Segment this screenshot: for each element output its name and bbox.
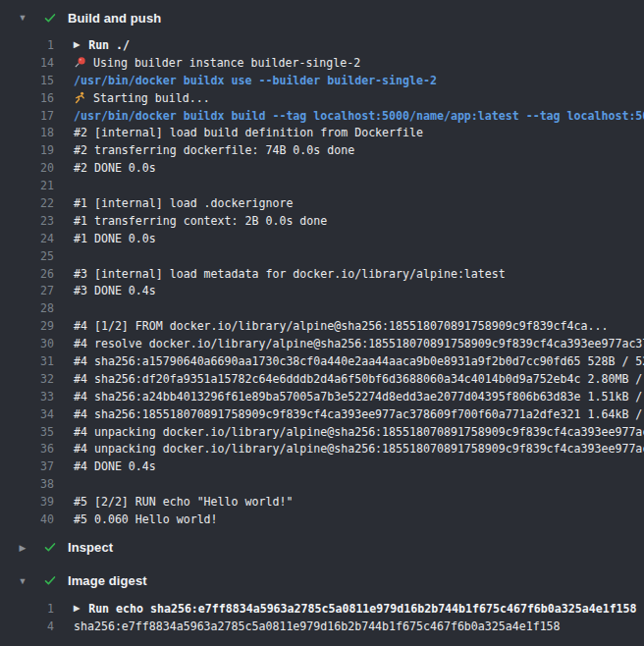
log-text: #1 transferring context: 2B 0.0s done [74,214,327,228]
line-number[interactable]: 37 [0,459,54,473]
log-line: 18#2 [internal] load build definition fr… [0,124,644,141]
log-text-content: Run ./ [88,38,130,52]
line-number[interactable]: 26 [0,267,54,281]
log-line: 23#1 transferring context: 2B 0.0s done [0,212,644,230]
line-number[interactable]: 18 [0,126,54,139]
line-number[interactable]: 1 [0,38,54,52]
log-text-content: sha256:e7ff8834a5963a2785c5a0811e979d16b… [74,619,561,633]
expand-command-icon[interactable]: ▶ [74,604,80,613]
log-line: 37#4 DONE 0.4s [0,458,644,475]
line-number[interactable]: 33 [0,390,54,404]
log-text-content: #4 resolve docker.io/library/alpine@sha2… [74,337,644,350]
log-text: #4 unpacking docker.io/library/alpine@sh… [74,425,644,439]
line-number[interactable]: 16 [0,91,54,105]
log-text: #4 sha256:a15790640a6690aa1730c38cf0a440… [74,354,644,368]
line-number[interactable]: 39 [0,495,54,509]
log-line: 27#3 DONE 0.4s [0,282,644,299]
line-number[interactable]: 22 [0,196,54,210]
line-number[interactable]: 36 [0,442,54,456]
log-text-content: #4 unpacking docker.io/library/alpine@sh… [74,442,644,456]
log-text-content: #2 DONE 0.0s [74,161,156,175]
log-text: #4 DONE 0.4s [74,459,156,473]
log-text-content: #4 sha256:a24bb4013296f61e89ba57005a7b3e… [74,390,644,404]
line-number[interactable]: 40 [0,512,54,526]
line-number[interactable]: 27 [0,284,54,297]
line-number[interactable]: 1 [0,602,54,616]
log-line: 4sha256:e7ff8834a5963a2785c5a0811e979d16… [0,618,644,635]
log-text-content: #1 [internal] load .dockerignore [74,196,293,210]
log-line: 1▶Run ./ [0,36,644,54]
log-text: #4 unpacking docker.io/library/alpine@sh… [74,442,644,456]
log-line: 38 [0,475,644,493]
section-title: Inspect [68,540,113,555]
log-text: #5 [2/2] RUN echo "Hello world!" [74,495,293,509]
log-line: 36#4 unpacking docker.io/library/alpine@… [0,440,644,458]
log-text-content: #1 transferring context: 2B 0.0s done [74,214,327,228]
line-number[interactable]: 30 [0,337,54,350]
line-number[interactable]: 32 [0,372,54,386]
log-text-content: #5 [2/2] RUN echo "Hello world!" [74,495,293,509]
log-line: 31#4 sha256:a15790640a6690aa1730c38cf0a4… [0,352,644,370]
log-text-content: #3 DONE 0.4s [74,284,156,297]
log-text-content: #2 transferring dockerfile: 74B 0.0s don… [74,143,354,157]
log-text-content: #5 0.060 Hello world! [74,512,218,526]
line-number[interactable]: 24 [0,232,54,245]
log-text: #2 [internal] load build definition from… [74,126,423,139]
section-header-image-digest[interactable]: ▼Image digest [0,569,644,593]
line-number[interactable]: 29 [0,319,54,333]
runner-icon [74,91,86,104]
log-text: #4 sha256:a24bb4013296f61e89ba57005a7b3e… [74,390,644,404]
log-line: 35#4 unpacking docker.io/library/alpine@… [0,423,644,441]
log-text: #2 transferring dockerfile: 74B 0.0s don… [74,143,354,157]
chevron-down-icon[interactable]: ▼ [17,13,28,23]
expand-command-icon[interactable]: ▶ [74,40,80,49]
line-number[interactable]: 4 [0,619,54,633]
log-line: 15/usr/bin/docker buildx use --builder b… [0,72,644,89]
log-text: #3 [internal] load metadata for docker.i… [74,267,506,281]
check-icon [43,541,57,554]
line-number[interactable]: 20 [0,161,54,175]
line-number[interactable]: 21 [0,179,54,192]
log-line: 33#4 sha256:a24bb4013296f61e89ba57005a7b… [0,388,644,405]
section-title: Build and push [68,11,161,26]
log-text: sha256:e7ff8834a5963a2785c5a0811e979d16b… [74,619,561,633]
log-line: 26#3 [internal] load metadata for docker… [0,265,644,283]
log-text: /usr/bin/docker buildx use --builder bui… [74,74,437,87]
log-text: #1 [internal] load .dockerignore [74,196,293,210]
log-lines-image-digest: 1▶Run echo sha256:e7ff8834a5963a2785c5a0… [0,600,644,635]
log-text-content: /usr/bin/docker buildx use --builder bui… [74,74,437,87]
line-number[interactable]: 38 [0,477,54,491]
line-number[interactable]: 31 [0,354,54,368]
line-number[interactable]: 19 [0,143,54,157]
section-header-inspect[interactable]: ▶Inspect [0,536,644,560]
log-text-content: #4 sha256:df20fa9351a15782c64e6dddb2d4a6… [74,372,644,386]
line-number[interactable]: 35 [0,425,54,439]
log-text: #4 sha256:185518070891758909c9f839cf4ca3… [74,407,644,421]
line-number[interactable]: 23 [0,214,54,228]
log-line: 16Starting build... [0,89,644,107]
log-line: 34#4 sha256:185518070891758909c9f839cf4c… [0,405,644,423]
log-line: 29#4 [1/2] FROM docker.io/library/alpine… [0,317,644,335]
section-title: Image digest [68,573,147,588]
line-number[interactable]: 34 [0,407,54,421]
line-number[interactable]: 28 [0,301,54,315]
section-header-build-and-push[interactable]: ▼Build and push [0,6,644,29]
log-text-content: #4 sha256:a15790640a6690aa1730c38cf0a440… [74,354,644,368]
log-line: 21 [0,177,644,194]
log-text: #3 DONE 0.4s [74,284,156,297]
line-number[interactable]: 25 [0,249,54,263]
log-text: Using builder instance builder-single-2 [74,56,360,70]
log-line: 22#1 [internal] load .dockerignore [0,194,644,212]
line-number[interactable]: 15 [0,74,54,87]
chevron-right-icon[interactable]: ▶ [17,543,28,553]
log-line: 1▶Run echo sha256:e7ff8834a5963a2785c5a0… [0,600,644,618]
log-text: #4 sha256:df20fa9351a15782c64e6dddb2d4a6… [74,372,644,386]
log-text-content: #3 [internal] load metadata for docker.i… [74,267,506,281]
log-line: 24#1 DONE 0.0s [0,230,644,247]
line-number[interactable]: 17 [0,109,54,123]
line-number[interactable]: 14 [0,56,54,70]
log-line: 17/usr/bin/docker buildx build --tag loc… [0,107,644,125]
log-text-content: Using builder instance builder-single-2 [93,56,360,70]
log-line: 28 [0,299,644,317]
chevron-down-icon[interactable]: ▼ [17,576,28,586]
